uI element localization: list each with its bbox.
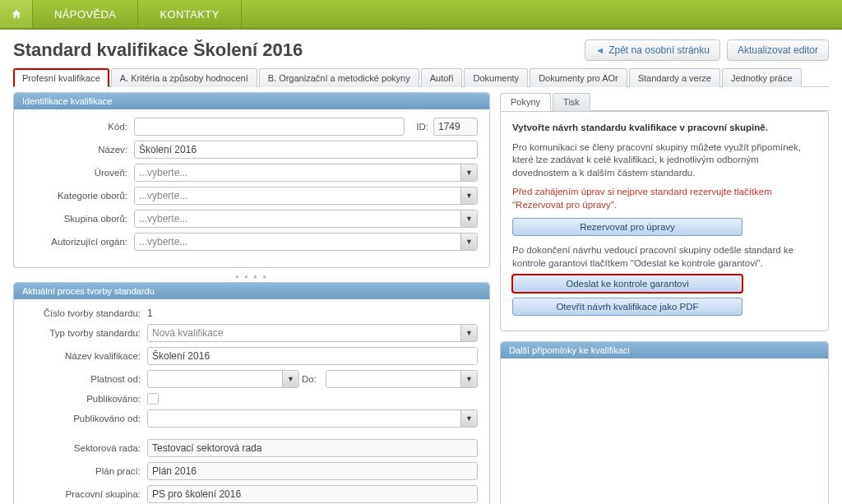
autorizujici-organ-label: Autorizující orgán:: [25, 237, 134, 247]
send-to-guarantor-button[interactable]: Odeslat ke kontrole garantovi: [512, 275, 743, 293]
resize-handle[interactable]: ● ● ● ●: [13, 273, 490, 280]
cislo-value: 1: [147, 307, 153, 319]
nav-kontakty[interactable]: KONTAKTY: [138, 0, 241, 28]
publikovano-label: Publikováno:: [25, 394, 147, 404]
back-button-label: Zpět na osobní stránku: [608, 44, 710, 56]
chevron-down-icon[interactable]: ▼: [460, 410, 477, 427]
id-label: ID:: [416, 122, 428, 132]
main-tabs: Profesní kvalifikace A. Kritéria a způso…: [13, 67, 829, 87]
pokyny-panel: Vytvořte návrh standardu kvalifikace v p…: [500, 111, 829, 331]
comments-body: [501, 358, 828, 504]
chevron-down-icon[interactable]: ▼: [282, 371, 298, 387]
autorizujici-organ-select[interactable]: [134, 233, 478, 251]
chevron-down-icon[interactable]: ▼: [460, 234, 477, 250]
tab-autori[interactable]: Autoři: [421, 68, 463, 87]
instr-heading: Vytvořte návrh standardu kvalifikace v p…: [512, 123, 768, 132]
platnost-do-input[interactable]: [326, 370, 478, 388]
chevron-down-icon[interactable]: ▼: [460, 187, 477, 204]
pracovni-skupina-label: Pracovní skupina:: [25, 489, 147, 499]
subtab-pokyny[interactable]: Pokyny: [500, 93, 551, 111]
publikovano-od-input[interactable]: [147, 409, 478, 428]
reserve-button[interactable]: Rezervovat pro úpravy: [512, 218, 743, 236]
top-nav: NÁPOVĚDA KONTAKTY: [0, 0, 842, 30]
platnost-do-label: Do:: [299, 374, 326, 384]
warning-text: Před zahájením úprav si nejprve standard…: [512, 186, 817, 211]
nazev-kvalifikace-label: Název kvalifikace:: [25, 351, 147, 361]
tab-dokumenty-aor[interactable]: Dokumenty pro AOr: [530, 68, 627, 87]
cislo-label: Číslo tvorby standardu:: [25, 308, 147, 318]
kategorie-oboru-select[interactable]: [134, 187, 478, 205]
tab-dokumenty[interactable]: Dokumenty: [464, 68, 528, 87]
nav-napoveda[interactable]: NÁPOVĚDA: [33, 0, 138, 28]
plan-praci-label: Plán prací:: [25, 466, 147, 476]
chevron-down-icon[interactable]: ▼: [460, 164, 477, 181]
publikovano-checkbox[interactable]: [147, 393, 159, 405]
instr-text-2: Po dokončení návrhu vedoucí pracovní sku…: [512, 244, 817, 270]
open-pdf-button[interactable]: Otevřít návrh kvalifikace jako PDF: [512, 298, 743, 316]
plan-praci-input: [147, 462, 478, 480]
page-title: Standard kvalifikace Školení 2016: [13, 39, 303, 61]
nazev-kvalifikace-input[interactable]: [147, 347, 478, 365]
typ-label: Typ tvorby standardu:: [25, 328, 147, 338]
instr-text-1: Pro komunikaci se členy pracovní skupiny…: [512, 141, 817, 180]
skupina-oboru-label: Skupina oborů:: [25, 214, 134, 224]
panel-proces: Aktuální proces tvorby standardu Číslo t…: [13, 282, 490, 504]
uroven-select[interactable]: [134, 164, 478, 182]
kod-label: Kód:: [25, 122, 134, 132]
uroven-label: Úroveň:: [25, 168, 134, 178]
update-editor-button[interactable]: Aktualizovat editor: [727, 39, 829, 61]
chevron-down-icon[interactable]: ▼: [460, 210, 477, 227]
tab-organizacni[interactable]: B. Organizační a metodické pokyny: [259, 68, 419, 87]
panel-identifikace: Identifikace kvalifikace Kód: ID: Název:: [13, 92, 490, 268]
home-icon[interactable]: [0, 0, 33, 28]
comments-header: Další připomínky ke kvalifikaci: [501, 342, 828, 358]
platnost-od-label: Platnost od:: [25, 374, 147, 384]
tab-standardy-verze[interactable]: Standardy a verze: [629, 68, 720, 87]
platnost-od-input[interactable]: [147, 370, 299, 388]
chevron-down-icon[interactable]: ▼: [460, 325, 477, 341]
skupina-oboru-select[interactable]: [134, 210, 478, 228]
comments-panel: Další připomínky ke kvalifikaci: [500, 341, 829, 504]
pracovni-skupina-input: [147, 485, 478, 503]
right-subtabs: Pokyny Tisk: [500, 92, 829, 111]
kod-input[interactable]: [134, 118, 405, 136]
panel-proces-header: Aktuální proces tvorby standardu: [14, 283, 489, 299]
arrow-left-icon: ◄: [595, 45, 604, 55]
typ-select[interactable]: [147, 324, 478, 342]
id-input: [433, 118, 478, 136]
nazev-label: Název:: [25, 145, 134, 155]
back-button[interactable]: ◄ Zpět na osobní stránku: [585, 39, 720, 61]
publikovano-od-label: Publikováno od:: [25, 414, 147, 423]
subtab-tisk[interactable]: Tisk: [553, 93, 590, 111]
tab-jednotky-prace[interactable]: Jednotky práce: [722, 68, 802, 87]
tab-profesni-kvalifikace[interactable]: Profesní kvalifikace: [13, 68, 109, 87]
nazev-input[interactable]: [134, 141, 478, 159]
sektorova-rada-label: Sektorová rada:: [25, 443, 147, 453]
panel-identifikace-header: Identifikace kvalifikace: [14, 93, 489, 109]
chevron-down-icon[interactable]: ▼: [460, 371, 477, 387]
tab-kriteria[interactable]: A. Kritéria a způsoby hodnocení: [111, 68, 257, 87]
sektorova-rada-input: [147, 439, 478, 457]
kategorie-oboru-label: Kategorie oborů:: [25, 191, 134, 201]
